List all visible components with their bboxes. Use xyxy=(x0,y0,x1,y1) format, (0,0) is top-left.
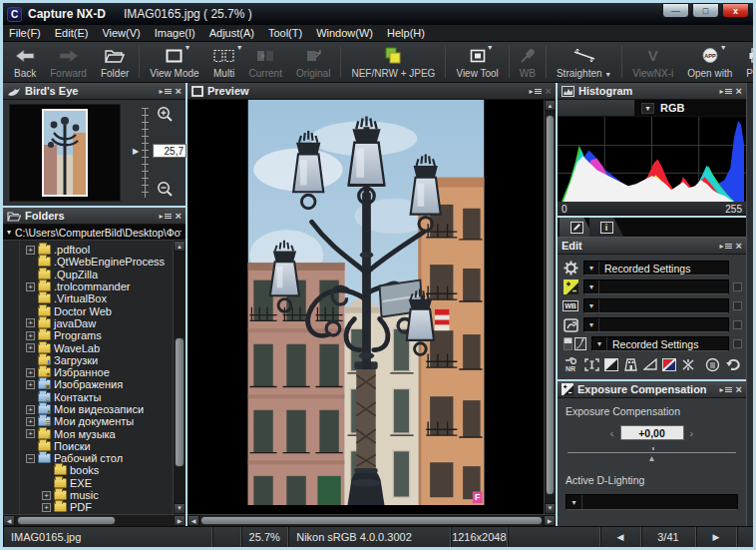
folder-tree-item[interactable]: ☺Контакты xyxy=(9,391,173,403)
exposure-slider[interactable]: ▲ xyxy=(567,446,736,460)
open-with-button[interactable]: APP ▼ Open with xyxy=(680,44,739,80)
folders-vertical-scrollbar[interactable]: ▲ ▼ xyxy=(173,241,186,514)
tone-chevron-icon[interactable]: ▾ xyxy=(592,337,607,350)
exposure-panel-menu-icon[interactable]: ▸ xyxy=(720,385,732,394)
adl-chevron-icon[interactable]: ▾ xyxy=(567,495,582,509)
straighten-button[interactable]: Straighten ▼ xyxy=(550,44,618,80)
expand-icon[interactable]: + xyxy=(26,368,35,377)
zoom-slider-handle[interactable]: ▶ xyxy=(133,147,139,156)
folder-tree-item[interactable]: EXE xyxy=(9,477,173,489)
channel-chevron-icon[interactable]: ▾ xyxy=(641,103,654,114)
histogram-panel-menu-icon[interactable]: ▸ xyxy=(720,87,732,96)
collapse-icon[interactable]: − xyxy=(26,454,35,463)
maximize-button[interactable]: □ xyxy=(692,3,719,18)
expand-icon[interactable]: + xyxy=(26,246,35,255)
picture-adjust-chevron-icon[interactable]: ▾ xyxy=(584,318,599,331)
tone-select[interactable]: ▾ Recorded Settings xyxy=(591,336,729,351)
zoom-slider-track[interactable] xyxy=(145,108,146,198)
original-button[interactable]: Original xyxy=(289,44,337,80)
nef-jpeg-button[interactable]: NEF/NRW + JPEG xyxy=(344,44,442,80)
current-button[interactable]: Current xyxy=(242,44,289,80)
zoom-value-field[interactable]: 25,7 xyxy=(153,144,187,158)
lch-color-icon[interactable] xyxy=(662,358,676,373)
folder-tree-item[interactable]: +☰Мои документы xyxy=(9,415,173,427)
edit-panel-menu-icon[interactable]: ▸ xyxy=(720,242,732,251)
minimize-button[interactable]: — xyxy=(662,3,689,18)
expand-icon[interactable]: + xyxy=(26,282,35,291)
wb-button[interactable]: WB xyxy=(513,44,543,80)
expand-icon[interactable]: + xyxy=(26,343,35,352)
folder-tree-item[interactable]: .VirtualBox xyxy=(9,292,173,304)
next-image-button[interactable]: ▶ xyxy=(696,527,737,547)
exposure-increase-icon[interactable]: › xyxy=(690,427,694,439)
menu-adjust[interactable]: Adjust(A) xyxy=(209,27,254,39)
view-mode-button[interactable]: ▼ View Mode xyxy=(143,44,205,80)
folder-tree-item[interactable]: .QupZilla xyxy=(9,269,173,280)
preview-scroll-left-icon[interactable]: ◀ xyxy=(188,515,199,526)
histogram-channel-select[interactable]: ▾ RGB xyxy=(635,100,746,116)
scroll-up-icon[interactable]: ▲ xyxy=(174,241,186,252)
menu-view[interactable]: View(V) xyxy=(102,27,140,39)
print-button[interactable]: Print xyxy=(739,44,756,80)
expand-icon[interactable]: + xyxy=(26,429,35,438)
preview-canvas[interactable]: F xyxy=(188,100,544,514)
folder-tree-item[interactable]: Doctor Web xyxy=(9,304,173,316)
expand-icon[interactable]: + xyxy=(26,380,35,389)
folder-tree-item[interactable]: +▣Изображения xyxy=(9,378,173,390)
expand-icon[interactable]: + xyxy=(26,331,35,340)
folder-tree-item[interactable]: +javaDaw xyxy=(9,317,173,329)
preview-hscroll-thumb[interactable] xyxy=(200,516,543,525)
noise-reduction-icon[interactable]: NR xyxy=(564,357,579,374)
expand-icon[interactable]: + xyxy=(42,491,51,500)
wb-chevron-icon[interactable]: ▾ xyxy=(584,299,599,312)
menu-help[interactable]: Help(H) xyxy=(387,27,425,39)
folders-hscroll-thumb[interactable] xyxy=(17,516,116,525)
folder-tree-item[interactable]: +WaveLab xyxy=(9,341,173,353)
adl-select[interactable]: ▾ xyxy=(566,494,738,510)
folder-tree-item[interactable]: +PDF xyxy=(9,501,173,513)
folder-tree-item[interactable]: −Рабочий стол xyxy=(9,452,173,464)
right-panel-scroll-strip[interactable] xyxy=(746,83,753,526)
viewnx-button[interactable]: V ViewNX-i xyxy=(625,44,680,80)
folder-tree-item[interactable]: Поиски xyxy=(9,440,173,452)
picture-adjust-select[interactable]: ▾ xyxy=(583,317,729,332)
white-balance-select[interactable]: ▾ xyxy=(583,298,729,313)
revert-icon[interactable] xyxy=(725,357,741,373)
folder-tree-item[interactable]: +music xyxy=(9,489,173,501)
folder-tree-item[interactable]: +Programs xyxy=(9,329,173,341)
birds-eye-close-icon[interactable]: × xyxy=(176,86,182,97)
expand-icon[interactable]: + xyxy=(26,405,35,414)
folder-tree-item[interactable]: .QtWebEngineProcess xyxy=(9,256,173,268)
menu-image[interactable]: Image(I) xyxy=(155,27,195,39)
birds-eye-thumbnail[interactable] xyxy=(42,109,88,197)
folder-tree-item[interactable]: +♪Моя музыка xyxy=(9,427,173,439)
folders-path-bar[interactable]: ▾ C:\Users\ComputerBild\Desktop\Фото xyxy=(3,225,186,241)
zoom-out-icon[interactable] xyxy=(157,181,174,200)
retouch-brush-icon[interactable] xyxy=(681,358,695,373)
preview-panel-menu-icon[interactable]: ▸ xyxy=(530,87,542,96)
zoom-in-icon[interactable] xyxy=(157,106,174,125)
menu-edit[interactable]: Edit(E) xyxy=(55,27,89,39)
white-balance-checkbox[interactable] xyxy=(733,301,742,310)
histogram-close-icon[interactable]: × xyxy=(736,86,742,97)
menu-tool[interactable]: Tool(T) xyxy=(268,27,302,39)
picture-control-chevron-icon[interactable]: ▾ xyxy=(584,262,599,275)
exposure-value-field[interactable]: +0,00 xyxy=(620,425,684,440)
exposure-chevron-icon[interactable]: ▾ xyxy=(584,280,599,293)
exposure-decrease-icon[interactable]: ‹ xyxy=(610,427,614,439)
folders-horizontal-scrollbar[interactable]: ◀ ▶ xyxy=(3,514,186,526)
tab-info[interactable]: i xyxy=(589,218,623,237)
versions-icon[interactable] xyxy=(705,357,720,374)
folder-tree-item[interactable]: +★Избранное xyxy=(9,366,173,378)
folders-panel-menu-icon[interactable]: ▸ xyxy=(160,212,172,221)
crop-icon[interactable] xyxy=(584,358,599,373)
folder-tree-item[interactable]: ⬇Загрузки xyxy=(9,354,173,366)
birds-eye-panel-menu-icon[interactable]: ▸ xyxy=(160,87,172,96)
folder-tree-item[interactable]: +.trolcommander xyxy=(9,280,173,292)
preview-horizontal-scrollbar[interactable]: ◀ ▶ xyxy=(188,514,556,526)
expand-icon[interactable]: + xyxy=(26,417,35,426)
exposure-comp-select[interactable]: ▾ xyxy=(583,279,729,294)
contrast-icon[interactable] xyxy=(604,358,618,373)
expand-icon[interactable]: + xyxy=(42,503,51,512)
levels-icon[interactable] xyxy=(643,358,657,372)
